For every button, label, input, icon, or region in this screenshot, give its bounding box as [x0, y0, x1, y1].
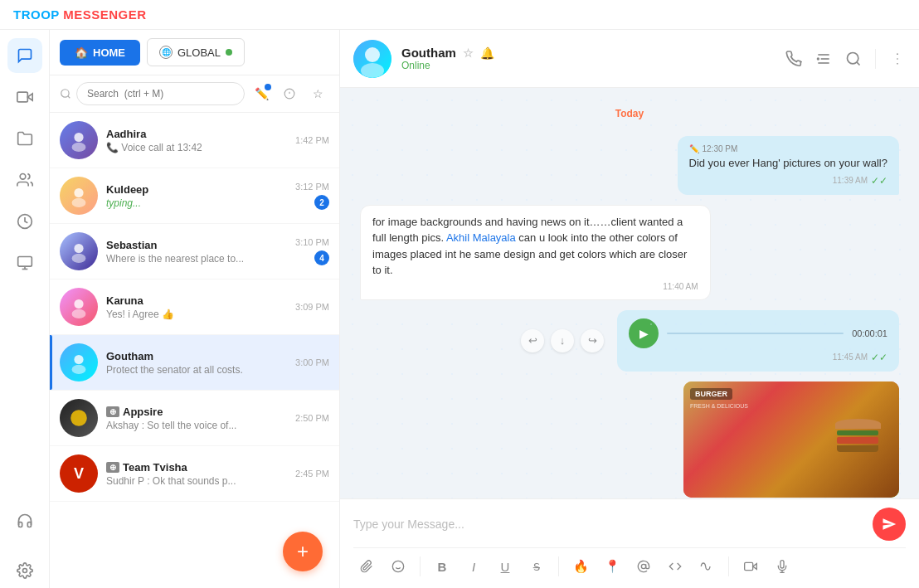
italic-button[interactable]: I: [460, 553, 487, 580]
waves-button[interactable]: [693, 553, 720, 580]
star-icon[interactable]: ☆: [463, 46, 474, 60]
chat-list-container: Aadhira 📞 Voice call at 13:42 1:42 PM Ku…: [50, 113, 339, 588]
avatar-karuna: [60, 288, 98, 326]
avatar-letter-teamtvisha: V: [74, 465, 84, 483]
svg-line-32: [857, 61, 860, 65]
global-button[interactable]: 🌐 GLOBAL: [147, 38, 245, 66]
audio-message-time: 11:45 AM ✓✓: [629, 352, 887, 363]
chat-header-actions: [785, 49, 906, 69]
sidebar-item-contacts[interactable]: [7, 163, 42, 197]
bold-button[interactable]: B: [429, 553, 455, 580]
message-input[interactable]: [353, 518, 864, 531]
filter-button[interactable]: [278, 82, 301, 105]
svg-marker-40: [753, 564, 757, 570]
chat-preview-sebastian: Where is the nearest place to...: [106, 253, 287, 265]
chat-time-aadhira: 1:42 PM: [295, 135, 329, 145]
svg-point-35: [897, 63, 898, 65]
chat-item-aadhira[interactable]: Aadhira 📞 Voice call at 13:42 1:42 PM: [50, 113, 339, 168]
svg-point-26: [361, 63, 384, 78]
audio-duration: 00:00:01: [852, 328, 887, 338]
chat-name-appsire: ⊕ Appsire: [106, 406, 287, 418]
chat-item-goutham[interactable]: Goutham Protect the senator at all costs…: [50, 335, 339, 391]
chat-meta-appsire: 2:50 PM: [295, 413, 329, 423]
chat-info-karuna: Karuna Yes! i Agree 👍: [106, 294, 287, 320]
logo-troop: TROOP: [13, 7, 60, 22]
chat-time-sebastian: 3:10 PM: [295, 237, 329, 247]
active-chat-status: Online: [401, 60, 776, 71]
call-button[interactable]: [785, 51, 802, 67]
chat-header-avatar: [353, 40, 391, 78]
chat-info-teamtvisha: ⊕ Team Tvisha Sudhir P : Ok that sounds …: [106, 461, 287, 487]
search-chat-button[interactable]: [845, 51, 862, 67]
more-options-button[interactable]: [889, 51, 906, 67]
svg-point-39: [641, 564, 645, 568]
emoji-button[interactable]: [385, 553, 411, 580]
sidebar-item-folder[interactable]: [7, 121, 42, 156]
chat-name-goutham: Goutham: [106, 350, 287, 362]
chat-badge-sebastian: 4: [314, 250, 329, 265]
audio-progress-bar[interactable]: [667, 333, 844, 334]
chat-meta-teamtvisha: 2:45 PM: [295, 469, 329, 479]
sidebar-item-video[interactable]: [7, 80, 42, 114]
strikethrough-button[interactable]: S̶: [523, 553, 550, 580]
send-button[interactable]: [873, 508, 906, 541]
image-message-bubble: BURGER FRESH & DELICIOUS: [683, 381, 899, 498]
sidebar-icons: [0, 30, 50, 588]
volume-icon[interactable]: 🔔: [480, 46, 494, 60]
chat-item-kuldeep[interactable]: Kuldeep typing... 3:12 PM 2: [50, 168, 339, 224]
chat-time-goutham: 3:00 PM: [295, 357, 329, 367]
sidebar-item-clock[interactable]: [7, 204, 42, 239]
svg-rect-1: [17, 92, 27, 102]
attach-button[interactable]: [353, 553, 380, 580]
fire-button[interactable]: 🔥: [567, 553, 594, 580]
svg-point-22: [72, 365, 86, 374]
chat-info-appsire: ⊕ Appsire Akshay : So tell the voice of.…: [106, 406, 287, 431]
svg-point-31: [848, 52, 858, 63]
chat-item-karuna[interactable]: Karuna Yes! i Agree 👍 3:09 PM: [50, 279, 339, 335]
topbar: TROOP MESSENGER: [0, 0, 919, 30]
chat-badge-kuldeep: 2: [314, 195, 329, 210]
avatar-sebastian: [60, 232, 98, 270]
messages-area: Today ✏️ 12:30 PM Did you ever Hang' pic…: [340, 88, 919, 498]
chat-header-info: Goutham ☆ 🔔 Online: [401, 46, 776, 71]
sidebar-item-chat[interactable]: [7, 38, 42, 73]
forward-button[interactable]: ↪: [581, 329, 604, 352]
star-filter-button[interactable]: ☆: [306, 82, 329, 105]
chat-item-sebastian[interactable]: Sebastian Where is the nearest place to.…: [50, 224, 339, 279]
compose-fab-button[interactable]: +: [283, 532, 323, 571]
reply-button[interactable]: ↩: [521, 329, 544, 352]
chat-meta-sebastian: 3:10 PM 4: [295, 237, 329, 265]
play-audio-button[interactable]: ▶: [629, 318, 659, 348]
compose-button[interactable]: ✏️: [250, 82, 273, 105]
settings-action-button[interactable]: [815, 51, 832, 67]
chat-name-teamtvisha: ⊕ Team Tvisha: [106, 461, 287, 474]
chat-time-teamtvisha: 2:45 PM: [295, 469, 329, 479]
filter-icon: [284, 88, 295, 100]
mention-button[interactable]: [630, 553, 657, 580]
search-input[interactable]: [76, 82, 245, 105]
chat-item-appsire[interactable]: ⊕ Appsire Akshay : So tell the voice of.…: [50, 391, 339, 446]
home-button[interactable]: 🏠 HOME: [60, 40, 140, 66]
mention-link[interactable]: Akhil Malayala: [446, 231, 516, 244]
sidebar-item-monitor[interactable]: [7, 245, 42, 280]
chat-item-teamtvisha[interactable]: V ⊕ Team Tvisha Sudhir P : Ok that sound…: [50, 446, 339, 502]
location-button[interactable]: 📍: [599, 553, 625, 580]
mic-button[interactable]: [769, 553, 795, 580]
code-button[interactable]: [662, 553, 688, 580]
svg-line-9: [68, 96, 71, 99]
video-call-button[interactable]: [737, 553, 764, 580]
svg-point-8: [61, 90, 69, 97]
sidebar-item-settings[interactable]: [7, 553, 42, 588]
underline-button[interactable]: U: [492, 553, 518, 580]
svg-point-14: [72, 143, 86, 152]
chat-info-aadhira: Aadhira 📞 Voice call at 13:42: [106, 128, 287, 153]
input-area: B I U S̶ 🔥 📍: [340, 498, 919, 588]
download-button[interactable]: ↓: [551, 329, 574, 352]
search-icon: [60, 88, 71, 100]
chat-meta-kuldeep: 3:12 PM 2: [295, 182, 329, 210]
sidebar-item-headset[interactable]: [7, 503, 42, 538]
svg-point-7: [22, 569, 27, 573]
avatar-kuldeep: [60, 177, 98, 215]
global-status-dot: [226, 49, 232, 56]
svg-point-16: [72, 198, 86, 207]
